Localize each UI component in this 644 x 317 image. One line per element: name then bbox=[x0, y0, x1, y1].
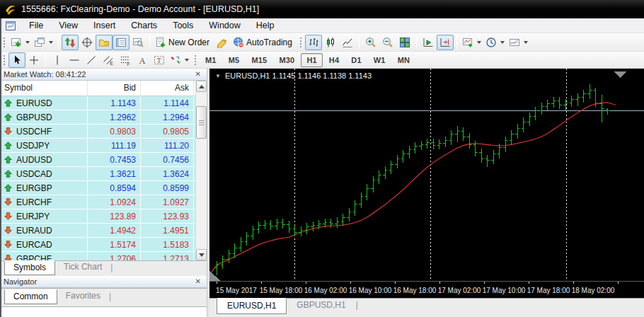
market-watch-row-usdchf[interactable]: USDCHF0.98030.9805 bbox=[0, 125, 207, 139]
menu-item-file[interactable]: File bbox=[21, 19, 51, 32]
timeframe-button-m15[interactable]: M15 bbox=[246, 53, 272, 67]
toolbar-grip[interactable] bbox=[299, 36, 302, 49]
arrows-button[interactable] bbox=[168, 52, 191, 68]
zoom-in-button[interactable] bbox=[362, 35, 379, 50]
toolbar-grip[interactable] bbox=[193, 54, 197, 67]
axis-tick bbox=[306, 282, 306, 284]
cursor-button[interactable] bbox=[8, 52, 25, 68]
time-axis[interactable]: 15 May 201715 May 18:0016 May 02:0016 Ma… bbox=[209, 281, 644, 298]
timeframe-bar: M1M5M15M30H1H4D1W1MN bbox=[200, 53, 415, 67]
market-watch-row-gbpchf[interactable]: GBPCHF1.27061.2713 bbox=[0, 252, 207, 260]
toolbar-grip[interactable] bbox=[2, 54, 6, 67]
profiles-button[interactable] bbox=[32, 35, 55, 50]
column-header-symbol[interactable]: Symbol bbox=[0, 81, 88, 96]
navigator-close-icon[interactable]: ✕ bbox=[193, 278, 203, 285]
data-window-button[interactable] bbox=[79, 35, 96, 50]
menu-item-charts[interactable]: Charts bbox=[123, 19, 165, 32]
navigator-button[interactable] bbox=[96, 35, 113, 50]
scroll-to-end-icon[interactable] bbox=[614, 71, 626, 78]
timeframe-button-m5[interactable]: M5 bbox=[223, 53, 246, 67]
vertical-line-button[interactable] bbox=[49, 52, 66, 68]
menu-item-window[interactable]: Window bbox=[201, 19, 248, 32]
timeframe-button-h1[interactable]: H1 bbox=[301, 53, 322, 67]
market-watch-close-icon[interactable]: ✕ bbox=[193, 71, 203, 78]
scrollbar-down-icon[interactable] bbox=[196, 249, 207, 260]
timeframe-button-d1[interactable]: D1 bbox=[345, 53, 367, 67]
price-chart[interactable]: ▼ EURUSD,H1 1.1145 1.1146 1.1138 1.1143 bbox=[209, 69, 644, 281]
auto-scroll-button[interactable] bbox=[420, 35, 437, 50]
tab-favorites[interactable]: Favorites bbox=[57, 289, 109, 303]
market-watch-row-eurcad[interactable]: EURCAD1.51741.5183 bbox=[0, 238, 207, 252]
chart-window-icon[interactable] bbox=[6, 21, 16, 30]
chart-shift-button[interactable] bbox=[437, 35, 454, 50]
title-bar[interactable]: 1555666: FxClearing-Demo - Demo Account … bbox=[0, 0, 644, 18]
tab-symbols[interactable]: Symbols bbox=[4, 260, 55, 275]
chevron-down-icon[interactable] bbox=[185, 59, 189, 62]
navigator-title: Navigator bbox=[4, 277, 193, 286]
market-watch-scrollbar[interactable] bbox=[195, 81, 207, 260]
menu-item-tools[interactable]: Tools bbox=[165, 19, 201, 32]
strategy-tester-button[interactable] bbox=[130, 35, 146, 50]
autotrading-button[interactable]: AutoTrading bbox=[231, 35, 297, 50]
chevron-down-icon[interactable] bbox=[49, 41, 53, 44]
horizontal-line-button[interactable] bbox=[66, 52, 83, 68]
market-watch-row-eurusd[interactable]: EURUSD1.11431.1144 bbox=[0, 96, 207, 110]
scrollbar-thumb[interactable] bbox=[196, 106, 207, 139]
column-header-bid[interactable]: Bid bbox=[88, 81, 141, 96]
tab-tick-chart[interactable]: Tick Chart bbox=[55, 260, 110, 274]
menu-item-insert[interactable]: Insert bbox=[86, 19, 123, 32]
new-order-button[interactable]: New Order bbox=[153, 35, 214, 50]
ask-value: 0.8599 bbox=[141, 181, 194, 195]
periods-button[interactable] bbox=[483, 35, 507, 50]
equidistant-channel-button[interactable]: E bbox=[100, 52, 117, 68]
chart-tab-gbpusd-h1[interactable]: GBPUSD,H1 bbox=[287, 298, 355, 313]
chart-canvas[interactable] bbox=[209, 69, 644, 281]
tab-common[interactable]: Common bbox=[4, 289, 57, 304]
chart-tab-eurusd-h1[interactable]: EURUSD,H1 bbox=[217, 298, 287, 314]
text-label-button[interactable]: T bbox=[151, 52, 168, 68]
chevron-down-icon[interactable] bbox=[524, 41, 528, 44]
market-watch-row-eurchf[interactable]: EURCHF1.09241.0927 bbox=[0, 195, 207, 209]
menu-item-help[interactable]: Help bbox=[248, 19, 282, 32]
market-watch-row-usdjpy[interactable]: USDJPY111.19111.20 bbox=[0, 139, 207, 153]
candlestick-chart-button[interactable] bbox=[322, 35, 339, 50]
chevron-down-icon[interactable] bbox=[25, 41, 30, 44]
market-watch-row-usdcad[interactable]: USDCAD1.36211.3624 bbox=[0, 167, 207, 181]
trendline-button[interactable] bbox=[83, 52, 100, 68]
zoom-out-button[interactable] bbox=[379, 35, 396, 50]
market-watch-row-euraud[interactable]: EURAUD1.49421.4951 bbox=[0, 224, 207, 238]
column-header-ask[interactable]: Ask bbox=[141, 81, 194, 96]
chevron-down-icon[interactable] bbox=[500, 41, 505, 44]
tile-windows-button[interactable] bbox=[396, 35, 413, 50]
equidistant-channel-icon: E bbox=[103, 54, 114, 66]
bar-chart-button[interactable] bbox=[305, 35, 322, 50]
trend-down-icon bbox=[4, 212, 12, 220]
timeframe-button-m30[interactable]: M30 bbox=[273, 53, 300, 67]
timeframe-button-m1[interactable]: M1 bbox=[200, 53, 222, 67]
metaeditor-button[interactable] bbox=[214, 35, 231, 50]
line-chart-icon bbox=[342, 37, 353, 48]
indicators-button[interactable] bbox=[460, 35, 483, 50]
text-button[interactable]: A bbox=[134, 52, 151, 68]
new-chart-button[interactable] bbox=[8, 35, 32, 50]
terminal-button[interactable] bbox=[113, 35, 130, 50]
fibonacci-button[interactable]: F bbox=[117, 52, 134, 68]
market-watch-row-audusd[interactable]: AUDUSD0.74530.7456 bbox=[0, 153, 207, 167]
market-watch-row-gbpusd[interactable]: GBPUSD1.29621.2964 bbox=[0, 110, 207, 125]
toolbar-grip[interactable] bbox=[2, 36, 6, 49]
scrollbar-up-icon[interactable] bbox=[196, 81, 207, 92]
templates-button[interactable] bbox=[507, 35, 530, 50]
menu-item-view[interactable]: View bbox=[51, 19, 86, 32]
market-watch-row-eurjpy[interactable]: EURJPY123.89123.93 bbox=[0, 209, 207, 224]
timeframe-button-h4[interactable]: H4 bbox=[323, 53, 345, 67]
trend-up-icon bbox=[4, 113, 12, 121]
chart-menu-icon[interactable]: ▼ bbox=[215, 73, 221, 79]
market-watch-row-eurgbp[interactable]: EURGBP0.85940.8599 bbox=[0, 181, 207, 195]
chevron-down-icon[interactable] bbox=[477, 41, 481, 44]
timeframe-button-w1[interactable]: W1 bbox=[368, 53, 391, 67]
trend-up-icon bbox=[4, 99, 12, 107]
crosshair-button[interactable] bbox=[25, 52, 42, 68]
timeframe-button-mn[interactable]: MN bbox=[392, 53, 416, 67]
market-watch-button[interactable] bbox=[62, 35, 79, 50]
line-chart-button[interactable] bbox=[339, 35, 356, 50]
